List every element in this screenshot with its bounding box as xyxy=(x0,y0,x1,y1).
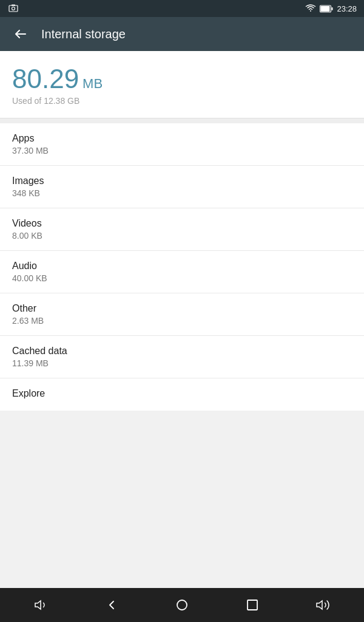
storage-amount: 80.29 MB xyxy=(12,66,352,92)
wifi-icon xyxy=(305,4,316,13)
svg-rect-4 xyxy=(332,7,333,10)
storage-summary: 80.29 MB Used of 12.38 GB xyxy=(0,51,364,118)
list-item-cached-data[interactable]: Cached data 11.39 MB xyxy=(0,336,364,378)
recents-button[interactable] xyxy=(234,593,271,617)
storage-unit: MB xyxy=(83,76,103,92)
storage-list: Apps 37.30 MB Images 348 KB Videos 8.00 … xyxy=(0,123,364,411)
svg-rect-5 xyxy=(321,6,330,12)
other-subtitle: 2.63 MB xyxy=(12,316,352,326)
videos-title: Videos xyxy=(12,218,352,229)
volume-icon xyxy=(34,598,49,612)
list-item-apps[interactable]: Apps 37.30 MB xyxy=(0,123,364,166)
volume-up-icon xyxy=(315,598,330,612)
home-button[interactable] xyxy=(164,593,200,617)
toolbar-title: Internal storage xyxy=(41,27,126,41)
images-subtitle: 348 KB xyxy=(12,188,352,198)
images-title: Images xyxy=(12,176,352,186)
apps-title: Apps xyxy=(12,133,352,144)
list-item-images[interactable]: Images 348 KB xyxy=(0,166,364,208)
list-item-audio[interactable]: Audio 40.00 KB xyxy=(0,251,364,293)
svg-point-7 xyxy=(177,600,187,610)
back-button[interactable] xyxy=(10,23,32,45)
audio-title: Audio xyxy=(12,261,352,272)
recents-icon xyxy=(245,598,260,612)
status-time: 23:28 xyxy=(337,4,357,13)
svg-rect-2 xyxy=(12,5,15,6)
svg-point-1 xyxy=(12,7,15,10)
storage-detail: Used of 12.38 GB xyxy=(12,96,352,106)
svg-rect-0 xyxy=(9,5,18,12)
apps-subtitle: 37.30 MB xyxy=(12,146,352,156)
status-bar: 23:28 xyxy=(0,0,364,17)
cached-data-subtitle: 11.39 MB xyxy=(12,358,352,368)
other-title: Other xyxy=(12,303,352,314)
list-item-other[interactable]: Other 2.63 MB xyxy=(0,293,364,336)
battery-icon xyxy=(320,5,333,13)
storage-number: 80.29 xyxy=(12,66,79,92)
bottom-navigation xyxy=(0,588,364,622)
svg-rect-8 xyxy=(248,600,257,610)
toolbar: Internal storage xyxy=(0,17,364,51)
back-nav-icon xyxy=(104,598,119,612)
audio-subtitle: 40.00 KB xyxy=(12,273,352,283)
screenshot-icon xyxy=(8,4,18,13)
home-icon xyxy=(175,598,189,612)
section-divider xyxy=(0,118,364,123)
cached-data-title: Cached data xyxy=(12,346,352,357)
back-nav-button[interactable] xyxy=(93,593,130,617)
svg-marker-6 xyxy=(35,601,41,609)
volume-button[interactable] xyxy=(23,593,59,617)
list-item-videos[interactable]: Videos 8.00 KB xyxy=(0,208,364,251)
volume-up-button[interactable] xyxy=(305,593,341,617)
status-icons: 23:28 xyxy=(305,4,357,13)
svg-marker-9 xyxy=(317,601,322,609)
explore-title: Explore xyxy=(12,388,352,399)
list-item-explore[interactable]: Explore xyxy=(0,378,364,411)
videos-subtitle: 8.00 KB xyxy=(12,231,352,241)
